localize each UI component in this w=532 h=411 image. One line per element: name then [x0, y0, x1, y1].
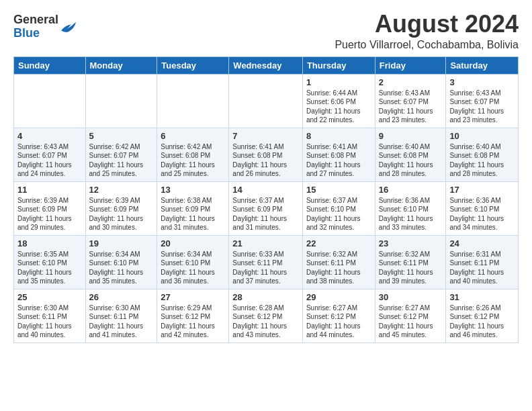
table-row: 13Sunrise: 6:38 AMSunset: 6:09 PMDayligh…	[157, 181, 229, 235]
day-info: Sunrise: 6:30 AMSunset: 6:11 PMDaylight:…	[17, 304, 72, 339]
header-sunday: Sunday	[14, 56, 86, 74]
logo-bird-icon	[60, 19, 79, 34]
calendar-header-row: Sunday Monday Tuesday Wednesday Thursday…	[14, 56, 519, 74]
header-thursday: Thursday	[302, 56, 375, 74]
day-info: Sunrise: 6:39 AMSunset: 6:09 PMDaylight:…	[17, 197, 72, 232]
day-number: 29	[306, 292, 371, 302]
day-info: Sunrise: 6:38 AMSunset: 6:09 PMDaylight:…	[161, 197, 215, 232]
table-row	[229, 74, 303, 128]
day-number: 31	[449, 292, 515, 302]
table-row: 15Sunrise: 6:37 AMSunset: 6:10 PMDayligh…	[302, 181, 375, 235]
table-row	[85, 74, 157, 128]
day-number: 12	[89, 185, 154, 195]
day-info: Sunrise: 6:36 AMSunset: 6:10 PMDaylight:…	[379, 197, 433, 232]
day-number: 9	[379, 131, 443, 141]
day-info: Sunrise: 6:27 AMSunset: 6:12 PMDaylight:…	[306, 304, 361, 339]
day-info: Sunrise: 6:36 AMSunset: 6:10 PMDaylight:…	[449, 197, 504, 232]
table-row: 22Sunrise: 6:32 AMSunset: 6:11 PMDayligh…	[302, 235, 375, 289]
day-info: Sunrise: 6:31 AMSunset: 6:11 PMDaylight:…	[449, 250, 504, 285]
main-title: August 2024	[335, 11, 519, 38]
table-row: 26Sunrise: 6:30 AMSunset: 6:11 PMDayligh…	[85, 289, 157, 342]
day-number: 2	[379, 77, 443, 87]
calendar-week-row: 1Sunrise: 6:44 AMSunset: 6:06 PMDaylight…	[14, 74, 519, 128]
day-number: 27	[161, 292, 225, 302]
table-row: 9Sunrise: 6:40 AMSunset: 6:08 PMDaylight…	[375, 128, 446, 181]
day-number: 13	[161, 185, 225, 195]
table-row: 5Sunrise: 6:42 AMSunset: 6:07 PMDaylight…	[85, 128, 157, 181]
day-number: 5	[89, 131, 154, 141]
table-row: 30Sunrise: 6:27 AMSunset: 6:12 PMDayligh…	[375, 289, 446, 342]
header-saturday: Saturday	[446, 56, 519, 74]
day-info: Sunrise: 6:43 AMSunset: 6:07 PMDaylight:…	[449, 89, 504, 124]
calendar-week-row: 18Sunrise: 6:35 AMSunset: 6:10 PMDayligh…	[14, 235, 519, 289]
day-info: Sunrise: 6:30 AMSunset: 6:11 PMDaylight:…	[89, 304, 144, 339]
table-row: 24Sunrise: 6:31 AMSunset: 6:11 PMDayligh…	[446, 235, 519, 289]
day-info: Sunrise: 6:27 AMSunset: 6:12 PMDaylight:…	[379, 304, 433, 339]
day-number: 16	[379, 185, 443, 195]
day-number: 7	[232, 131, 299, 141]
table-row: 4Sunrise: 6:43 AMSunset: 6:07 PMDaylight…	[14, 128, 86, 181]
day-info: Sunrise: 6:32 AMSunset: 6:11 PMDaylight:…	[306, 250, 361, 285]
header-tuesday: Tuesday	[157, 56, 229, 74]
day-number: 8	[306, 131, 371, 141]
day-number: 30	[379, 292, 443, 302]
day-info: Sunrise: 6:42 AMSunset: 6:08 PMDaylight:…	[161, 143, 215, 178]
table-row: 3Sunrise: 6:43 AMSunset: 6:07 PMDaylight…	[446, 74, 519, 128]
day-info: Sunrise: 6:39 AMSunset: 6:09 PMDaylight:…	[89, 197, 144, 232]
day-number: 23	[379, 238, 443, 248]
calendar-week-row: 4Sunrise: 6:43 AMSunset: 6:07 PMDaylight…	[14, 128, 519, 181]
table-row: 16Sunrise: 6:36 AMSunset: 6:10 PMDayligh…	[375, 181, 446, 235]
day-number: 17	[449, 185, 515, 195]
header-monday: Monday	[85, 56, 157, 74]
day-number: 11	[17, 185, 82, 195]
table-row: 21Sunrise: 6:33 AMSunset: 6:11 PMDayligh…	[229, 235, 303, 289]
table-row: 25Sunrise: 6:30 AMSunset: 6:11 PMDayligh…	[14, 289, 86, 342]
header-friday: Friday	[375, 56, 446, 74]
table-row: 1Sunrise: 6:44 AMSunset: 6:06 PMDaylight…	[302, 74, 375, 128]
logo-general-text: General	[13, 13, 58, 26]
day-info: Sunrise: 6:29 AMSunset: 6:12 PMDaylight:…	[161, 304, 215, 339]
day-number: 10	[449, 131, 515, 141]
table-row: 8Sunrise: 6:41 AMSunset: 6:08 PMDaylight…	[302, 128, 375, 181]
header: General Blue August 2024 Puerto Villarro…	[13, 11, 519, 51]
day-number: 1	[306, 77, 371, 87]
day-number: 28	[232, 292, 299, 302]
day-number: 3	[449, 77, 515, 87]
table-row: 11Sunrise: 6:39 AMSunset: 6:09 PMDayligh…	[14, 181, 86, 235]
day-info: Sunrise: 6:43 AMSunset: 6:07 PMDaylight:…	[17, 143, 72, 178]
day-number: 6	[161, 131, 225, 141]
table-row: 29Sunrise: 6:27 AMSunset: 6:12 PMDayligh…	[302, 289, 375, 342]
day-number: 19	[89, 238, 154, 248]
calendar-week-row: 11Sunrise: 6:39 AMSunset: 6:09 PMDayligh…	[14, 181, 519, 235]
day-info: Sunrise: 6:41 AMSunset: 6:08 PMDaylight:…	[232, 143, 287, 178]
logo: General Blue	[13, 13, 79, 40]
day-info: Sunrise: 6:40 AMSunset: 6:08 PMDaylight:…	[379, 143, 433, 178]
day-info: Sunrise: 6:40 AMSunset: 6:08 PMDaylight:…	[449, 143, 504, 178]
table-row: 7Sunrise: 6:41 AMSunset: 6:08 PMDaylight…	[229, 128, 303, 181]
day-info: Sunrise: 6:37 AMSunset: 6:10 PMDaylight:…	[306, 197, 361, 232]
day-info: Sunrise: 6:33 AMSunset: 6:11 PMDaylight:…	[232, 250, 287, 285]
day-number: 24	[449, 238, 515, 248]
table-row: 19Sunrise: 6:34 AMSunset: 6:10 PMDayligh…	[85, 235, 157, 289]
day-number: 14	[232, 185, 299, 195]
table-row: 10Sunrise: 6:40 AMSunset: 6:08 PMDayligh…	[446, 128, 519, 181]
table-row	[14, 74, 86, 128]
calendar-week-row: 25Sunrise: 6:30 AMSunset: 6:11 PMDayligh…	[14, 289, 519, 342]
day-number: 22	[306, 238, 371, 248]
day-number: 21	[232, 238, 299, 248]
table-row: 28Sunrise: 6:28 AMSunset: 6:12 PMDayligh…	[229, 289, 303, 342]
table-row	[157, 74, 229, 128]
calendar-table: Sunday Monday Tuesday Wednesday Thursday…	[13, 56, 519, 343]
subtitle: Puerto Villarroel, Cochabamba, Bolivia	[335, 39, 519, 51]
table-row: 27Sunrise: 6:29 AMSunset: 6:12 PMDayligh…	[157, 289, 229, 342]
day-number: 18	[17, 238, 82, 248]
table-row: 2Sunrise: 6:43 AMSunset: 6:07 PMDaylight…	[375, 74, 446, 128]
table-row: 31Sunrise: 6:26 AMSunset: 6:12 PMDayligh…	[446, 289, 519, 342]
title-block: August 2024 Puerto Villarroel, Cochabamb…	[335, 11, 519, 51]
day-info: Sunrise: 6:35 AMSunset: 6:10 PMDaylight:…	[17, 250, 72, 285]
day-info: Sunrise: 6:34 AMSunset: 6:10 PMDaylight:…	[161, 250, 215, 285]
day-info: Sunrise: 6:32 AMSunset: 6:11 PMDaylight:…	[379, 250, 433, 285]
day-number: 15	[306, 185, 371, 195]
day-number: 25	[17, 292, 82, 302]
table-row: 17Sunrise: 6:36 AMSunset: 6:10 PMDayligh…	[446, 181, 519, 235]
